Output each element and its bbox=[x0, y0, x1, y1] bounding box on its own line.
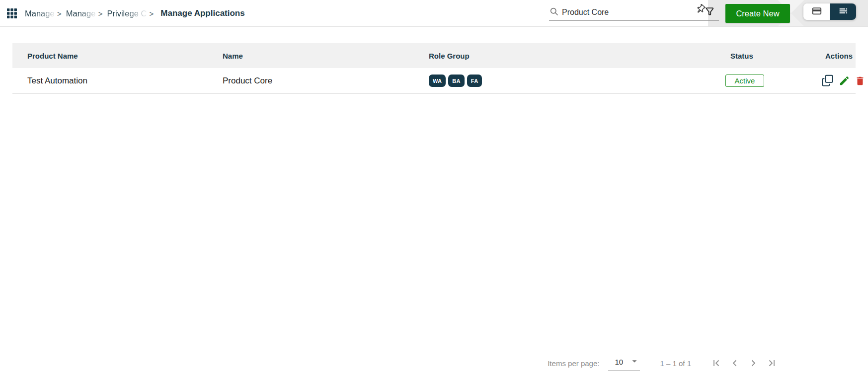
last-page-button[interactable] bbox=[766, 357, 778, 369]
status-badge: Active bbox=[725, 75, 764, 87]
search-icon bbox=[549, 6, 562, 18]
role-group-badge: FA bbox=[467, 75, 482, 87]
first-page-icon bbox=[710, 357, 722, 369]
search-input[interactable] bbox=[562, 8, 690, 17]
page-title: Manage Applications bbox=[160, 8, 244, 18]
cell-role-group: WA BA FA bbox=[416, 75, 718, 87]
last-page-icon bbox=[766, 357, 778, 369]
card-view-icon bbox=[811, 5, 822, 18]
role-group-badge: WA bbox=[429, 75, 446, 87]
delete-button[interactable] bbox=[855, 76, 866, 86]
cell-status: Active bbox=[718, 75, 813, 87]
edit-button[interactable] bbox=[839, 75, 850, 86]
column-header-name: Name bbox=[223, 52, 416, 60]
breadcrumb-separator: > bbox=[98, 9, 103, 18]
page-size-select[interactable]: 10 bbox=[608, 356, 640, 371]
column-header-actions: Actions bbox=[813, 52, 856, 60]
breadcrumb-separator: > bbox=[150, 9, 154, 18]
card-view-button[interactable] bbox=[803, 3, 830, 20]
table-header-row: Product Name Name Role Group Status Acti… bbox=[12, 43, 856, 68]
create-new-button[interactable]: Create New bbox=[725, 4, 790, 23]
breadcrumb-item-2[interactable]: Manage U bbox=[66, 9, 99, 18]
applications-table: Product Name Name Role Group Status Acti… bbox=[12, 43, 856, 94]
delete-icon bbox=[855, 76, 866, 86]
previous-page-icon bbox=[729, 357, 741, 369]
pin-icon[interactable] bbox=[690, 6, 701, 19]
breadcrumb-item-1[interactable]: Manage R bbox=[25, 9, 58, 18]
cell-name: Product Core bbox=[223, 76, 416, 86]
cell-actions bbox=[813, 74, 866, 87]
page-size-value: 10 bbox=[615, 358, 629, 366]
cell-product-name: Test Automation bbox=[12, 76, 223, 86]
column-header-product-name: Product Name bbox=[12, 52, 223, 60]
edit-icon bbox=[839, 75, 850, 86]
breadcrumb: Manage R > Manage U > Privilege C > Mana… bbox=[6, 0, 245, 27]
table-row[interactable]: Test Automation Product Core WA BA FA Ac… bbox=[12, 68, 856, 94]
apps-grid-icon[interactable] bbox=[6, 7, 25, 19]
column-header-role-group: Role Group bbox=[416, 52, 718, 60]
copy-button[interactable] bbox=[821, 74, 834, 87]
paginator-nav bbox=[710, 357, 778, 369]
role-group-badge: BA bbox=[448, 75, 465, 87]
copy-icon bbox=[821, 74, 834, 87]
next-page-icon bbox=[747, 357, 759, 369]
list-view-button[interactable] bbox=[830, 3, 856, 20]
items-per-page-label: Items per page: bbox=[548, 359, 599, 368]
view-toggle bbox=[803, 3, 856, 20]
next-page-button[interactable] bbox=[747, 357, 759, 369]
page-range-label: 1 – 1 of 1 bbox=[660, 359, 691, 368]
breadcrumb-separator: > bbox=[57, 9, 62, 18]
column-header-status: Status bbox=[718, 52, 813, 60]
breadcrumb-item-3[interactable]: Privilege C bbox=[107, 9, 150, 18]
first-page-button[interactable] bbox=[710, 357, 722, 369]
list-view-icon bbox=[838, 5, 849, 18]
search-field[interactable] bbox=[549, 4, 719, 21]
paginator: Items per page: 10 1 – 1 of 1 bbox=[548, 350, 778, 376]
previous-page-button[interactable] bbox=[729, 357, 741, 369]
chevron-down-icon bbox=[629, 356, 640, 368]
